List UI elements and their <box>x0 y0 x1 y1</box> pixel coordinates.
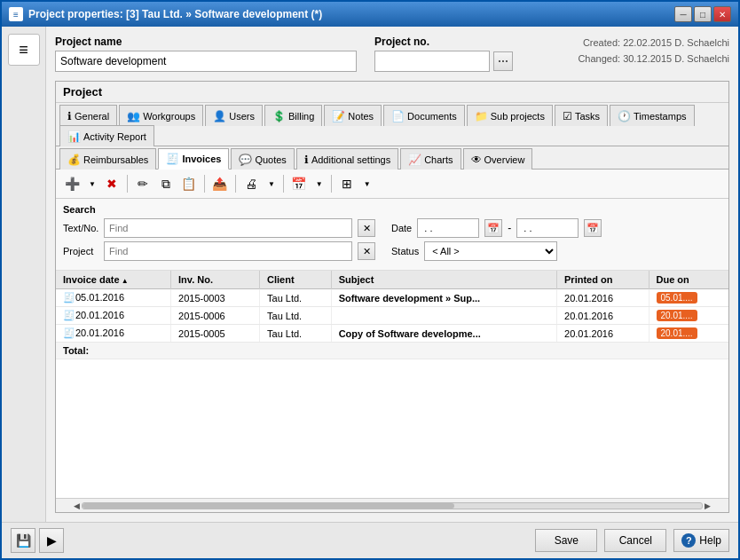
tab-users[interactable]: 👤Users <box>205 105 263 126</box>
cell-client: Tau Ltd. <box>260 307 332 325</box>
tab-billing[interactable]: 💲Billing <box>264 105 322 126</box>
cancel-button[interactable]: Cancel <box>604 529 666 552</box>
project-no-label: Project no. <box>374 35 513 48</box>
cell-due-on: 20.01.... <box>649 325 728 343</box>
print-button[interactable]: 🖨 <box>240 173 262 194</box>
activity-tab-icon: 📊 <box>67 130 81 143</box>
cell-inv-no: 2015-0003 <box>171 289 260 307</box>
project-no-row: ⋯ <box>374 51 513 72</box>
col-due-on[interactable]: Due on <box>649 271 728 289</box>
search-project-label: Project <box>63 246 98 256</box>
tasks-tab-label: Tasks <box>575 111 600 122</box>
add-dropdown-button[interactable]: ▼ <box>84 173 99 194</box>
toolbar-sep-5 <box>331 175 332 193</box>
subprojects-tab-label: Sub projects <box>491 111 545 122</box>
titlebar: ≡ Project properties: [3] Tau Ltd. » Sof… <box>2 2 738 27</box>
date-from-input[interactable] <box>417 218 479 238</box>
charts-tab-label: Charts <box>424 154 453 165</box>
col-client[interactable]: Client <box>260 271 332 289</box>
save-disk-button[interactable]: 💾 <box>11 528 35 553</box>
table-area: Invoice date Inv. No. Client Subject Pri… <box>56 271 728 498</box>
tab-quotes[interactable]: 💬Quotes <box>231 148 294 170</box>
sidebar-doc-icon: ≡ <box>8 34 40 66</box>
print-dropdown-button[interactable]: ▼ <box>264 173 279 194</box>
copy-button[interactable]: ⧉ <box>155 173 177 194</box>
date-to-calendar-button[interactable]: 📅 <box>584 219 602 237</box>
tab-activity[interactable]: 📊Activity Report <box>59 125 154 146</box>
titlebar-left: ≡ Project properties: [3] Tau Ltd. » Sof… <box>9 7 322 21</box>
grid-dropdown-button[interactable]: ▼ <box>359 173 374 194</box>
tab-documents[interactable]: 📄Documents <box>383 105 465 126</box>
save-button[interactable]: Save <box>535 529 597 552</box>
add-button[interactable]: ➕ <box>61 173 83 194</box>
scrollbar-thumb[interactable] <box>83 503 454 509</box>
created-meta: Created: 22.02.2015 D. Schaelchi <box>578 35 729 51</box>
row-icon: 🧾 <box>63 292 75 303</box>
tab-invoices[interactable]: 🧾Invoices <box>158 148 229 170</box>
overview-tab-icon: 👁 <box>471 154 482 166</box>
calendar-dropdown-button[interactable]: ▼ <box>311 173 327 194</box>
close-button[interactable]: ✕ <box>713 6 731 22</box>
col-printed-on[interactable]: Printed on <box>557 271 649 289</box>
grid-button[interactable]: ⊞ <box>336 173 358 194</box>
project-no-group: Project no. ⋯ <box>374 35 513 72</box>
tab-notes[interactable]: 📝Notes <box>324 105 382 126</box>
col-invoice-date[interactable]: Invoice date <box>56 271 171 289</box>
tab-overview[interactable]: 👁Overview <box>463 148 533 170</box>
paste-button[interactable]: 📋 <box>178 173 200 194</box>
tab-timestamps[interactable]: 🕐Timestamps <box>610 105 695 126</box>
tab-additional[interactable]: ℹAdditional settings <box>296 148 398 170</box>
search-title: Search <box>63 204 721 215</box>
tab-workgroups[interactable]: 👥Workgroups <box>119 105 203 126</box>
row-icon: 🧾 <box>63 310 75 320</box>
project-name-label: Project name <box>55 35 357 48</box>
activity-tab-label: Activity Report <box>83 131 146 142</box>
cell-client: Tau Ltd. <box>260 325 332 343</box>
date-label: Date <box>391 223 412 233</box>
status-select[interactable]: < All >OpenPaidCancelled <box>424 241 557 261</box>
additional-tab-icon: ℹ <box>304 154 309 166</box>
search-project-clear-button[interactable]: ✕ <box>358 242 375 260</box>
play-button[interactable]: ▶ <box>39 528 64 553</box>
calendar-button[interactable]: 📅 <box>288 173 310 194</box>
export-button[interactable]: 📤 <box>209 173 231 194</box>
cell-invoice-date: 🧾20.01.2016 <box>56 325 171 343</box>
tab-reimbursables[interactable]: 💰Reimbursables <box>59 148 156 170</box>
search-project-input[interactable] <box>104 241 352 261</box>
horizontal-scrollbar[interactable]: ◀ ▶ <box>56 498 728 512</box>
cell-due-on: 20.01.... <box>649 307 728 325</box>
col-subject[interactable]: Subject <box>331 271 556 289</box>
scrollbar-track[interactable] <box>82 502 703 509</box>
project-section-title: Project <box>56 82 728 103</box>
help-button[interactable]: ? Help <box>673 529 729 552</box>
tab-general[interactable]: ℹGeneral <box>59 105 117 126</box>
table-row[interactable]: 🧾20.01.20162015-0005Tau Ltd.Copy of Soft… <box>56 325 728 343</box>
row-icon: 🧾 <box>63 327 75 338</box>
scroll-left-button[interactable]: ◀ <box>72 501 82 510</box>
scroll-right-button[interactable]: ▶ <box>703 501 712 510</box>
tab-subprojects[interactable]: 📁Sub projects <box>467 105 553 126</box>
bottom-left-actions: 💾 ▶ <box>11 528 64 553</box>
project-no-picker-button[interactable]: ⋯ <box>493 51 513 71</box>
edit-button[interactable]: ✏ <box>132 173 154 194</box>
overview-tab-label: Overview <box>484 154 525 165</box>
maximize-button[interactable]: □ <box>694 6 712 22</box>
tab-tasks[interactable]: ☑Tasks <box>555 105 608 126</box>
minimize-button[interactable]: ─ <box>674 6 692 22</box>
search-text-input[interactable] <box>104 218 352 238</box>
search-text-clear-button[interactable]: ✕ <box>358 219 375 237</box>
project-name-input[interactable] <box>55 51 357 72</box>
cell-subject: Software development » Sup... <box>331 289 556 307</box>
date-to-input[interactable] <box>516 218 579 238</box>
col-inv-no[interactable]: Inv. No. <box>171 271 260 289</box>
timestamps-tab-icon: 🕐 <box>618 110 631 122</box>
project-no-input[interactable] <box>374 51 490 72</box>
table-row[interactable]: 🧾20.01.20162015-0006Tau Ltd.20.01.201620… <box>56 307 728 325</box>
delete-button[interactable]: ✖ <box>101 173 122 194</box>
tab-charts[interactable]: 📈Charts <box>400 148 461 170</box>
titlebar-controls: ─ □ ✕ <box>674 6 731 22</box>
date-from-calendar-button[interactable]: 📅 <box>484 219 502 237</box>
cell-inv-no: 2015-0005 <box>171 325 260 343</box>
table-row[interactable]: 🧾05.01.20162015-0003Tau Ltd.Software dev… <box>56 289 728 307</box>
toolbar: ➕ ▼ ✖ ✏ ⧉ 📋 📤 🖨 ▼ 📅 ▼ ⊞ <box>56 170 728 199</box>
